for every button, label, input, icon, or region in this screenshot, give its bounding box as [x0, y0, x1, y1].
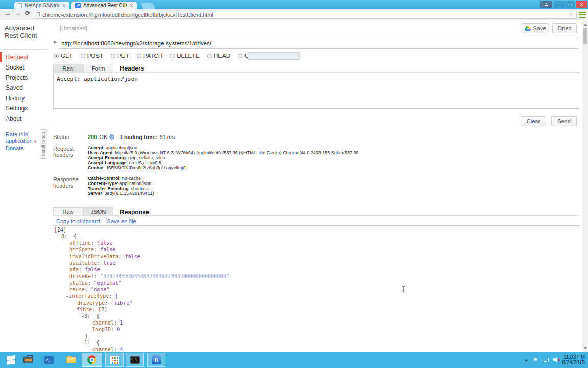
json-line: cause: "none": [53, 286, 579, 293]
other-method-input[interactable]: [248, 52, 300, 60]
json-line: -interfaceType: {: [53, 293, 579, 300]
scroll-to-top-button[interactable]: Scroll to top: [40, 129, 47, 159]
reload-button[interactable]: ⟳: [25, 10, 30, 17]
send-button[interactable]: Send: [551, 116, 577, 126]
copy-to-clipboard-link[interactable]: Copy to clipboard: [56, 218, 100, 224]
profile-avatar-button[interactable]: [540, 1, 552, 8]
header-help-icon[interactable]: ?: [153, 181, 155, 186]
json-line: -1: {: [53, 339, 579, 346]
tab-form[interactable]: Form: [83, 64, 113, 73]
save-button[interactable]: Save: [522, 23, 549, 33]
chrome-menu-icon[interactable]: [579, 12, 586, 18]
tab-response-raw[interactable]: Raw: [53, 207, 83, 216]
response-headers-label: Response headers: [53, 176, 85, 189]
scrollbar-thumb[interactable]: [583, 28, 587, 44]
radio-icon: [54, 54, 59, 58]
clear-button[interactable]: Clear: [521, 116, 546, 126]
maximize-button[interactable]: ❐: [565, 1, 575, 8]
sidebar-item-socket[interactable]: Socket: [0, 62, 51, 73]
app-title: Advanced Rest Client: [5, 24, 50, 39]
json-line: invalidDriveData: false: [53, 253, 579, 260]
tab-close-icon[interactable]: ✕: [129, 3, 133, 8]
scroll-down-icon[interactable]: [583, 347, 587, 349]
sidebar-item-history[interactable]: History: [0, 93, 51, 103]
sidebar-item-settings[interactable]: Settings: [0, 103, 51, 113]
url-input[interactable]: [58, 38, 579, 49]
headers-editor[interactable]: Accept: application/json: [53, 73, 579, 109]
scroll-up-icon[interactable]: [583, 24, 587, 26]
taskbar-clock[interactable]: 11:03 PM 8/24/2015: [562, 354, 585, 365]
method-label: PUT: [117, 53, 129, 59]
method-label: GET: [61, 53, 73, 59]
browser-tab-arc[interactable]: Advanced Rest Client App ✕: [71, 2, 137, 9]
tab-title: Advanced Rest Client App: [83, 3, 127, 8]
json-line: driveRef: "32313433363538373039323832000…: [53, 273, 579, 280]
json-line: }: [53, 333, 579, 339]
start-button[interactable]: [3, 353, 18, 367]
minimize-button[interactable]: —: [554, 1, 565, 8]
taskbar-item-server-manager[interactable]: [20, 353, 36, 367]
network-icon[interactable]: [543, 358, 549, 362]
method-radio-patch[interactable]: PATCH: [137, 53, 162, 59]
method-radio-head[interactable]: HEAD: [207, 53, 230, 59]
method-radio-post[interactable]: POST: [81, 53, 103, 59]
tab-close-icon[interactable]: ✕: [62, 3, 66, 8]
donate-link[interactable]: Donate: [6, 145, 23, 151]
method-radio-delete[interactable]: DELETE: [170, 53, 200, 59]
taskbar-item-netapp[interactable]: n: [147, 353, 165, 367]
rate-application-link[interactable]: Rate this application ▾: [6, 131, 41, 145]
method-radio-get[interactable]: GET: [54, 53, 73, 59]
taskbar-item-app-grid[interactable]: [105, 353, 124, 367]
tab-response-json[interactable]: JSON: [83, 207, 113, 216]
volume-muted-icon[interactable]: ✕: [553, 357, 560, 362]
drive-icon: [525, 26, 531, 31]
new-tab-button[interactable]: [141, 3, 155, 9]
loading-time-label: Loading time:: [120, 134, 157, 140]
status-help-icon[interactable]: ?: [109, 134, 114, 140]
close-window-button[interactable]: ✕: [576, 1, 587, 8]
json-line: -0: {: [53, 313, 579, 319]
action-center-flag-icon[interactable]: ⚑: [533, 357, 538, 363]
window-titlebar: NetApp SANtricity Web S ✕ Advanced Rest …: [0, 0, 588, 9]
url-expand-toggle-icon[interactable]: ▶: [54, 40, 57, 44]
sidebar-item-about[interactable]: About: [0, 113, 51, 124]
sidebar-item-request[interactable]: Request: [0, 52, 51, 62]
header-help-icon[interactable]: ?: [150, 187, 152, 191]
save-as-file-link[interactable]: Save as file: [107, 218, 136, 224]
server-manager-icon: [23, 357, 33, 363]
back-button[interactable]: ←: [5, 10, 11, 17]
response-section-label: Response: [120, 209, 149, 216]
response-tabs-underline: [53, 215, 579, 216]
forward-button[interactable]: →: [15, 10, 21, 17]
hidden-icons-chevron-icon[interactable]: ▲: [524, 358, 528, 362]
taskbar-item-powershell[interactable]: ≥_: [41, 353, 56, 367]
command-prompt-icon: C:\_: [130, 356, 140, 364]
taskbar-item-chrome[interactable]: [82, 353, 102, 367]
method-label: POST: [87, 53, 103, 59]
tab-raw[interactable]: Raw: [53, 64, 83, 73]
json-response-viewer[interactable]: [24]-0: {offline: falsehotSpare: falsein…: [53, 226, 579, 353]
browser-tab-netapp[interactable]: NetApp SANtricity Web S ✕: [14, 2, 69, 9]
sidebar-item-projects[interactable]: Projects: [0, 73, 51, 83]
address-bar[interactable]: chrome-extension://hgmloofddffdnphfgcell…: [33, 11, 577, 19]
page-scrollbar[interactable]: [582, 21, 588, 352]
response-divider: [53, 225, 579, 226]
method-label: DELETE: [177, 53, 200, 59]
json-line: status: "optimal": [53, 280, 579, 286]
taskbar-item-command-prompt[interactable]: C:\_: [126, 353, 144, 367]
radio-icon: [111, 54, 115, 58]
json-line: loopID: 0: [53, 326, 579, 333]
header-help-icon[interactable]: ?: [142, 176, 144, 181]
json-line: -0: {: [53, 233, 579, 240]
taskbar-item-file-explorer[interactable]: [63, 353, 79, 367]
bookmark-star-icon[interactable]: ☆: [568, 11, 574, 18]
response-view-tabs: Raw JSON: [53, 207, 113, 216]
response-actions: Copy to clipboard Save as file: [56, 218, 136, 224]
sidebar-item-saved[interactable]: Saved: [0, 83, 51, 93]
radio-icon: [207, 54, 212, 58]
netapp-icon: n: [152, 355, 161, 364]
method-radio-put[interactable]: PUT: [111, 53, 129, 59]
open-button[interactable]: Open: [552, 23, 577, 33]
clock-time: 11:03 PM: [562, 354, 585, 360]
header-help-icon[interactable]: ?: [155, 191, 157, 196]
